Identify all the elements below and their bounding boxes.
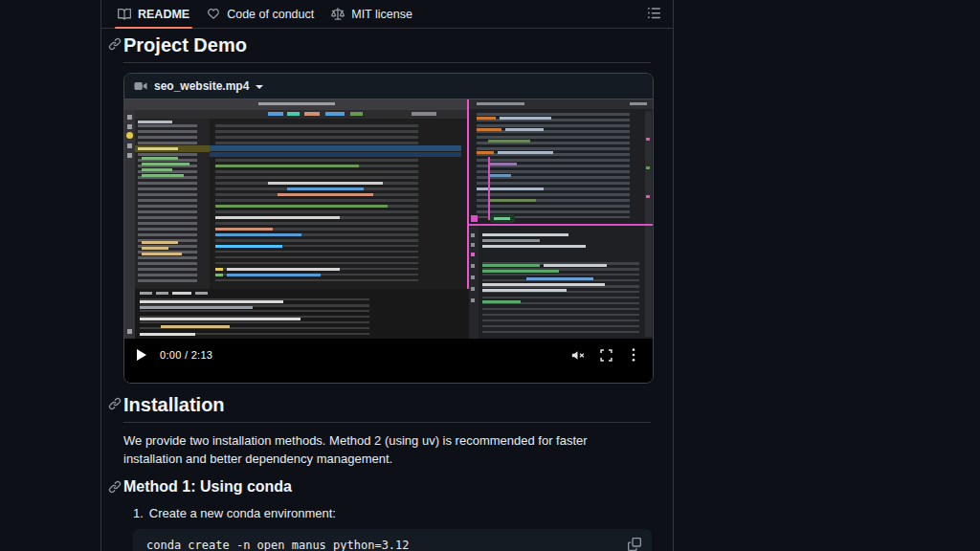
heading-installation: Installation: [123, 394, 651, 423]
code-line: [215, 216, 340, 219]
code-line: [477, 102, 524, 105]
code-line: [482, 239, 540, 242]
code-line: [215, 205, 388, 208]
video-controls: 0:00 / 2:13: [124, 341, 653, 369]
video-player: seo_website.mp4: [123, 73, 654, 384]
video-file-dropdown[interactable]: seo_website.mp4: [124, 74, 653, 99]
code-line: [127, 329, 132, 334]
copy-button[interactable]: [626, 536, 643, 551]
code-line: [477, 187, 544, 190]
list-unordered-icon: [647, 6, 661, 24]
code-line: [126, 132, 133, 139]
ide-tool-strip: [469, 225, 479, 339]
code-line: [482, 245, 586, 248]
code-line: [526, 277, 593, 280]
code-text: conda create -n open_manus python=3.12: [146, 539, 410, 551]
outline-button[interactable]: [645, 6, 662, 23]
heading-method1: Method 1: Using conda: [123, 478, 651, 496]
code-line: [471, 215, 478, 222]
code-line: [195, 292, 208, 295]
tab-mit-license[interactable]: MIT license: [323, 0, 421, 28]
code-line: [646, 138, 650, 141]
code-line: [482, 283, 605, 286]
ide-terminal-rows: [482, 262, 639, 337]
code-line: [142, 253, 182, 255]
code-line: [215, 233, 301, 236]
law-icon: [331, 8, 345, 21]
code-line: [477, 151, 494, 154]
code-line: [215, 228, 273, 231]
tab-code-of-conduct[interactable]: Code of conduct: [198, 0, 323, 28]
code-line: [142, 247, 168, 250]
tab-code-of-conduct-label: Code of conduct: [227, 8, 314, 21]
code-line: [258, 102, 335, 105]
tab-readme[interactable]: README: [109, 0, 198, 28]
code-line: [142, 163, 189, 165]
code-line: [156, 292, 168, 295]
chevron-down-icon: [256, 85, 263, 89]
code-line: [477, 128, 501, 131]
code-line: [127, 143, 132, 148]
code-line: [646, 195, 650, 198]
code-line: [210, 152, 461, 157]
book-icon: [118, 8, 131, 21]
code-line: [471, 287, 475, 291]
installation-paragraph: We provide two installation methods. Met…: [123, 432, 629, 469]
code-line: [268, 112, 283, 116]
link-icon[interactable]: [108, 397, 122, 410]
readme-tabbar: README Code of conduct MIT license: [101, 0, 673, 29]
list-item: 1. Create a new conda environment:: [133, 506, 651, 520]
code-line: [482, 270, 559, 273]
code-line: [140, 292, 152, 295]
list-item-number: 1.: [133, 506, 144, 520]
code-line: [127, 124, 132, 129]
code-line: [488, 157, 490, 220]
code-line: [142, 241, 178, 244]
code-line: [127, 115, 132, 120]
code-line: [140, 318, 301, 320]
code-line: [268, 182, 383, 185]
code-line: [138, 147, 178, 150]
readme-card: README Code of conduct MIT license Proje…: [100, 0, 674, 551]
code-line: [488, 199, 536, 202]
kebab-menu-icon[interactable]: [627, 347, 640, 363]
link-icon[interactable]: [108, 37, 122, 51]
code-line: [488, 163, 517, 165]
code-line: [227, 268, 340, 271]
code-line: [471, 243, 475, 247]
video-surface[interactable]: [124, 99, 653, 339]
code-line: [471, 276, 475, 279]
code-line: [215, 245, 282, 248]
code-line: [505, 128, 544, 131]
code-line: [142, 168, 172, 171]
volume-muted-icon[interactable]: [569, 347, 586, 364]
code-line: [278, 193, 373, 196]
code-line: [138, 121, 172, 123]
code-line: [498, 151, 553, 154]
code-line: [142, 157, 178, 160]
code-line: [142, 174, 184, 177]
video-time: 0:00 / 2:13: [160, 349, 212, 361]
tab-mit-license-label: MIT license: [351, 8, 412, 21]
code-line: [471, 233, 475, 237]
heading-project-demo: Project Demo: [123, 34, 651, 63]
code-line: [215, 165, 359, 167]
code-line: [161, 325, 230, 328]
code-line: [140, 333, 195, 336]
code-line: [350, 112, 363, 116]
code-line: [630, 102, 647, 105]
code-line: [488, 140, 530, 143]
code-line: [482, 264, 540, 267]
code-line: [140, 300, 283, 303]
video-filename: seo_website.mp4: [154, 79, 249, 93]
link-icon[interactable]: [108, 480, 122, 494]
code-line: [482, 300, 521, 303]
tab-readme-label: README: [138, 8, 189, 21]
code-line: [287, 112, 300, 116]
play-icon[interactable]: [137, 349, 146, 361]
window-divider: [467, 99, 469, 289]
code-line: [488, 174, 511, 177]
code-line: [127, 153, 132, 158]
fullscreen-icon[interactable]: [599, 348, 613, 363]
code-of-conduct-icon: [207, 8, 220, 21]
